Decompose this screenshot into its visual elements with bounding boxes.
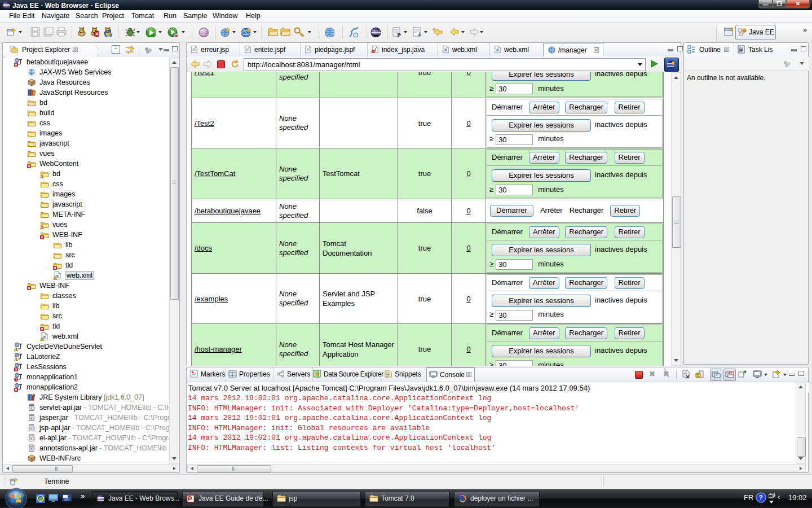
svg-text:@: @ [39,496,43,501]
svg-text:?: ? [759,494,763,501]
